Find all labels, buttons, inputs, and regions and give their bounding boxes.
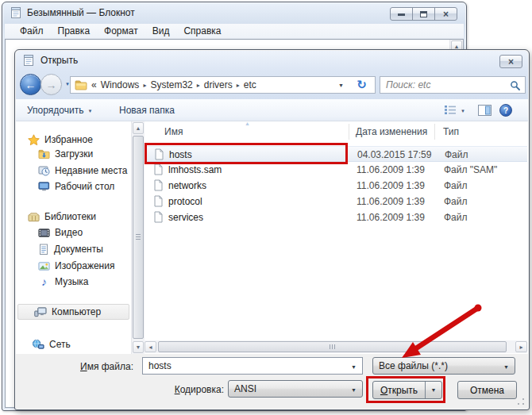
column-divider[interactable] (349, 124, 349, 140)
resize-grip[interactable] (516, 397, 526, 406)
filename-input[interactable]: hosts ▼ (142, 357, 363, 375)
help-icon: ? (503, 106, 508, 115)
file-name: networks (168, 180, 206, 191)
scroll-left-button[interactable]: ◂ (145, 341, 156, 352)
column-header-name[interactable]: Имя (164, 126, 183, 137)
encoding-label-rest: одировка: (180, 384, 224, 395)
sidebar-item-network[interactable]: Сеть (16, 336, 131, 352)
views-button[interactable]: ▼ (444, 105, 465, 115)
menu-format[interactable]: Формат (97, 25, 145, 37)
desktop: Безымянный — Блокнот × Файл Правка Форма… (0, 0, 532, 415)
menu-file[interactable]: Файл (13, 25, 51, 37)
preview-pane-button[interactable] (478, 105, 492, 118)
encoding-select[interactable]: ANSI ▼ (228, 380, 363, 398)
computer-icon (34, 306, 47, 317)
new-folder-button[interactable]: Новая папка (119, 105, 175, 116)
filetype-select[interactable]: Все файлы (*.*) ▼ (372, 357, 515, 375)
file-icon (153, 163, 164, 175)
refresh-button[interactable]: ↻ (349, 76, 376, 94)
column-divider[interactable] (434, 124, 435, 140)
sidebar-item-pictures[interactable]: Изображения (16, 258, 131, 274)
help-button[interactable]: ? (499, 104, 512, 117)
scrollbar-thumb[interactable] (133, 136, 144, 339)
scrollbar-thumb[interactable] (158, 341, 507, 352)
file-date: 11.06.2009 1:39 (357, 164, 425, 175)
scroll-down-button[interactable]: ▼ (133, 341, 144, 353)
encoding-label-mnemonic: К (175, 384, 180, 395)
scroll-up-icon: ▲ (454, 44, 460, 49)
libraries-icon (28, 212, 40, 222)
organize-dropdown-icon: ▼ (87, 107, 92, 113)
column-header-date[interactable]: Дата изменения (356, 126, 427, 137)
sidebar-item-favorites[interactable]: Избранное (16, 132, 131, 148)
sidebar-item-downloads[interactable]: Загрузки (16, 146, 131, 162)
breadcrumb-item-windows[interactable]: Windows (101, 79, 140, 90)
breadcrumb-separator-icon[interactable]: ▸ (143, 81, 146, 89)
search-icon[interactable] (510, 80, 521, 91)
sidebar-item-music[interactable]: ♪ Музыка (16, 274, 131, 290)
scroll-up-button[interactable]: ▲ (133, 122, 144, 134)
chevron-down-icon: ▼ (503, 364, 509, 370)
breadcrumb-separator-icon[interactable]: ▸ (197, 81, 200, 89)
sidebar-scrollbar[interactable]: ▲ ▼ (131, 121, 145, 354)
cancel-button[interactable]: Отмена (457, 381, 517, 399)
scroll-right-icon: ▸ (519, 344, 522, 351)
scroll-right-button[interactable]: ▸ (515, 341, 527, 352)
video-icon (38, 228, 50, 238)
open-dialog: Открыть × ← → ▼ « Windows ▸ System32 ▸ d… (14, 49, 530, 410)
minimize-icon (398, 13, 405, 16)
menu-edit[interactable]: Правка (51, 25, 98, 37)
list-horizontal-scrollbar[interactable]: ◂ ▸ (145, 340, 527, 353)
maximize-button[interactable] (412, 7, 435, 21)
file-name: lmhosts.sam (168, 164, 222, 175)
preview-pane-icon (478, 105, 492, 116)
desktop-icon (38, 181, 50, 192)
breadcrumb-item-drivers[interactable]: drivers (204, 79, 233, 90)
close-button[interactable]: × (434, 7, 457, 21)
sidebar-item-recent-places[interactable]: Недавние места (16, 163, 131, 179)
file-icon (153, 195, 164, 207)
sidebar-item-label: Недавние места (55, 165, 127, 176)
downloads-icon (38, 149, 50, 159)
search-input[interactable]: Поиск: etc (380, 76, 526, 94)
minimize-button[interactable] (390, 7, 413, 21)
file-row-networks[interactable]: networks 11.06.2009 1:39 Файл (145, 178, 528, 194)
organize-button[interactable]: Упорядочить ▼ (27, 105, 92, 116)
sidebar-item-documents[interactable]: Документы (16, 241, 131, 257)
file-name: services (168, 212, 203, 223)
address-bar[interactable]: « Windows ▸ System32 ▸ drivers ▸ etc ▼ (70, 76, 349, 94)
notepad-icon (10, 6, 22, 19)
back-button[interactable]: ← (20, 74, 41, 95)
sidebar-item-label: Загрузки (55, 148, 93, 159)
address-dropdown-icon[interactable]: ▼ (338, 83, 344, 88)
sidebar-item-computer[interactable]: Компьютер (17, 304, 129, 320)
close-icon: × (508, 57, 514, 67)
list-view-icon (444, 105, 457, 115)
dialog-close-button[interactable]: × (499, 55, 522, 68)
sidebar-item-label: Библиотеки (44, 211, 96, 222)
file-date: 11.06.2009 1:39 (357, 180, 425, 191)
breadcrumb-prefix[interactable]: « (91, 79, 97, 90)
file-row-protocol[interactable]: protocol 11.06.2009 1:39 Файл (145, 194, 528, 209)
column-header-type[interactable]: Тип (443, 126, 459, 137)
file-row-services[interactable]: services 11.06.2009 1:39 Файл (145, 209, 528, 225)
chevron-down-icon[interactable]: ▼ (351, 364, 357, 370)
folder-icon (75, 80, 87, 90)
star-icon (28, 134, 40, 146)
breadcrumb-item-system32[interactable]: System32 (150, 79, 192, 90)
network-icon (32, 339, 44, 350)
sidebar-item-label: Сеть (49, 339, 71, 350)
menu-view[interactable]: Вид (145, 25, 177, 37)
chevron-down-icon: ▼ (351, 387, 357, 393)
sidebar-item-libraries[interactable]: Библиотеки (16, 209, 131, 225)
filename-label-mnemonic: И (80, 361, 87, 372)
sidebar-item-label: Изображения (55, 260, 114, 271)
file-row-lmhosts[interactable]: lmhosts.sam 11.06.2009 1:39 Файл "SAM" (145, 162, 528, 178)
sidebar-item-videos[interactable]: Видео (16, 225, 131, 240)
forward-button[interactable]: → (40, 74, 62, 95)
sidebar-item-desktop[interactable]: Рабочий стол (16, 179, 131, 194)
breadcrumb-item-etc[interactable]: etc (244, 79, 256, 90)
sidebar-item-label: Музыка (55, 276, 88, 287)
breadcrumb-separator-icon[interactable]: ▸ (237, 81, 240, 89)
menu-help[interactable]: Справка (176, 25, 228, 37)
